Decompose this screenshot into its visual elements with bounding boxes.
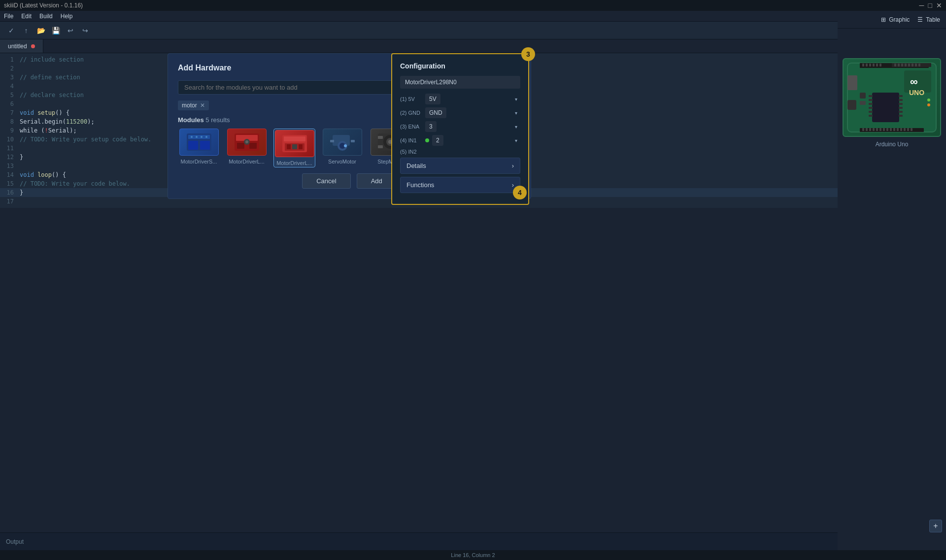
svg-rect-64 xyxy=(899,99,903,101)
svg-rect-19 xyxy=(292,144,297,149)
pin-select-4in1[interactable]: 2 xyxy=(432,135,443,146)
svg-rect-24 xyxy=(351,140,355,142)
pin-row-5: (5) IN2 xyxy=(400,149,520,155)
functions-section[interactable]: Functions › 4 xyxy=(400,177,520,193)
graphic-toggle-right[interactable]: ⊞ Graphic xyxy=(881,16,910,23)
menu-file[interactable]: File xyxy=(4,13,13,20)
table-toggle-right[interactable]: ☰ Table xyxy=(917,16,940,23)
output-label: Output xyxy=(6,538,24,545)
svg-rect-36 xyxy=(847,100,856,110)
svg-rect-45 xyxy=(873,64,875,66)
svg-rect-17 xyxy=(287,144,291,149)
tab-modified-indicator xyxy=(31,44,35,48)
module-label-2: MotorDriverL... xyxy=(276,160,312,166)
details-chevron: › xyxy=(512,162,514,169)
svg-rect-76 xyxy=(869,128,871,131)
module-item-0[interactable]: MotorDriverS... xyxy=(178,129,220,167)
svg-point-13 xyxy=(245,140,248,143)
pin-select-wrapper-1: 5V xyxy=(425,94,520,104)
functions-chevron: › xyxy=(512,181,514,189)
add-component-button[interactable]: + xyxy=(929,520,942,532)
undo-icon[interactable]: ↩ xyxy=(65,25,76,36)
titlebar: skiiiD (Latest Version - 0.1.16) ─ □ ✕ xyxy=(0,0,946,11)
details-header[interactable]: Details › xyxy=(401,158,520,173)
pin-label-4in1: (4) IN1 xyxy=(400,137,422,143)
window-controls[interactable]: ─ □ ✕ xyxy=(919,1,942,9)
module-item-2[interactable]: MotorDriverL... xyxy=(273,129,315,167)
menubar: File Edit Build Help xyxy=(0,11,946,22)
module-thumb-3 xyxy=(323,129,362,156)
statusbar: Line 16, Column 2 xyxy=(0,550,946,560)
svg-point-72 xyxy=(927,103,930,106)
maximize-icon[interactable]: □ xyxy=(928,1,932,9)
svg-rect-84 xyxy=(897,128,899,131)
minimize-icon[interactable]: ─ xyxy=(919,1,924,9)
svg-point-7 xyxy=(205,136,207,138)
close-icon[interactable]: ✕ xyxy=(936,1,942,9)
menu-build[interactable]: Build xyxy=(39,13,53,20)
svg-rect-78 xyxy=(876,128,878,131)
redo-icon[interactable]: ↪ xyxy=(80,25,91,36)
svg-text:UNO: UNO xyxy=(909,89,924,97)
svg-rect-53 xyxy=(912,64,913,66)
module-thumb-1 xyxy=(227,129,267,156)
pin-row-1: (1) 5V 5V xyxy=(400,94,520,104)
details-section[interactable]: Details › xyxy=(400,158,520,174)
menu-edit[interactable]: Edit xyxy=(21,13,32,20)
cancel-button[interactable]: Cancel xyxy=(302,173,350,189)
configuration-panel: 3 Configuration (1) 5V 5V (2) GND GND (3… xyxy=(391,53,529,205)
module-item-3[interactable]: ServoMotor xyxy=(321,129,363,167)
arduino-svg: ∞ UNO xyxy=(845,61,939,134)
svg-rect-81 xyxy=(886,128,888,131)
tab-untitled[interactable]: untitled xyxy=(0,39,43,53)
svg-point-5 xyxy=(196,136,198,138)
svg-rect-70 xyxy=(860,101,866,105)
pin-label-5in2: (5) IN2 xyxy=(400,149,422,155)
save-icon[interactable]: 💾 xyxy=(50,25,61,36)
check-icon[interactable]: ✓ xyxy=(6,25,17,36)
add-button[interactable]: Add xyxy=(357,173,397,189)
svg-rect-47 xyxy=(879,64,881,66)
right-panel-header: ⊞ Graphic ☰ Table xyxy=(838,11,946,29)
modules-count: 5 results xyxy=(205,116,230,124)
search-tag[interactable]: motor ✕ xyxy=(178,100,209,110)
svg-rect-79 xyxy=(879,128,881,131)
module-image-0 xyxy=(184,131,214,153)
svg-rect-69 xyxy=(860,93,866,99)
module-item-1[interactable]: MotorDriverL... xyxy=(226,129,268,167)
app-title: skiiiD (Latest Version - 0.1.16) xyxy=(4,2,83,9)
pin-select-1v[interactable]: 5V xyxy=(425,94,440,104)
svg-rect-48 xyxy=(894,64,896,66)
open-icon[interactable]: 📂 xyxy=(35,25,46,36)
svg-rect-88 xyxy=(911,128,912,131)
pin-row-2: (2) GND GND xyxy=(400,107,520,118)
svg-rect-35 xyxy=(847,75,857,90)
svg-rect-42 xyxy=(862,64,864,66)
svg-rect-11 xyxy=(249,143,257,149)
tag-remove-icon[interactable]: ✕ xyxy=(200,102,205,109)
table-icon-right: ☰ xyxy=(917,16,923,23)
menu-help[interactable]: Help xyxy=(61,13,73,20)
upload-icon[interactable]: ↑ xyxy=(21,25,32,36)
svg-rect-65 xyxy=(899,103,903,105)
module-image-2 xyxy=(280,132,309,155)
pin-label-1v: (1) 5V xyxy=(400,96,422,102)
arduino-board: ∞ UNO xyxy=(843,58,941,137)
svg-rect-57 xyxy=(869,95,873,97)
svg-rect-87 xyxy=(907,128,909,131)
step-3-badge: 3 xyxy=(521,47,535,61)
module-name-input[interactable] xyxy=(400,76,520,89)
svg-rect-83 xyxy=(893,128,895,131)
pin-select-2gnd[interactable]: GND xyxy=(425,107,446,118)
svg-rect-15 xyxy=(284,136,305,141)
svg-rect-75 xyxy=(866,128,868,131)
toolbar: ✓ ↑ 📂 💾 ↩ ↪ None ▾ ⊞ Graphic ☰ Table xyxy=(0,22,946,39)
step-4-badge: 4 xyxy=(513,186,527,199)
pin-select-3ena[interactable]: 3 xyxy=(425,121,437,132)
svg-rect-10 xyxy=(237,143,244,149)
pin-label-2gnd: (2) GND xyxy=(400,110,422,116)
svg-rect-30 xyxy=(378,136,383,139)
functions-header[interactable]: Functions › xyxy=(401,177,520,193)
svg-rect-58 xyxy=(869,99,873,101)
svg-rect-46 xyxy=(876,64,878,66)
